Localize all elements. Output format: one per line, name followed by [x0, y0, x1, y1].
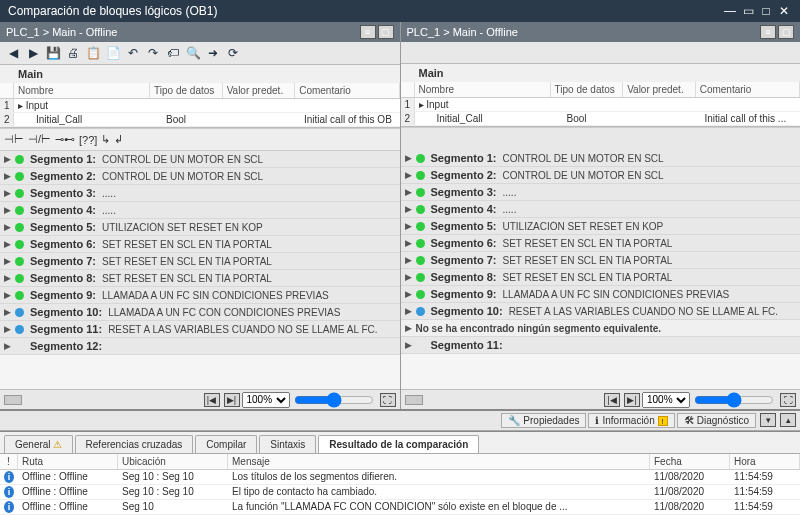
zoom-slider[interactable]: [294, 395, 374, 405]
hscroll-thumb[interactable]: [405, 395, 423, 405]
expand-icon[interactable]: ▶: [405, 340, 412, 350]
tab-properties[interactable]: 🔧Propiedades: [501, 413, 586, 428]
expand-icon[interactable]: ▶: [405, 153, 412, 163]
collapse-icon[interactable]: ▾: [760, 413, 776, 427]
expand-icon[interactable]: ▶: [4, 222, 11, 232]
save-icon[interactable]: 💾: [44, 44, 62, 62]
maximize-icon[interactable]: □: [758, 5, 774, 17]
pane-expand-button[interactable]: ▢: [778, 25, 794, 39]
expand-icon[interactable]: ▶: [4, 188, 11, 198]
undo-icon[interactable]: ↶: [124, 44, 142, 62]
copy-icon[interactable]: 📋: [84, 44, 102, 62]
expand-icon[interactable]: ▶: [405, 255, 412, 265]
segment-row[interactable]: ▶No se ha encontrado ningún segmento equ…: [401, 320, 801, 337]
segment-row[interactable]: ▶Segmento 7:SET RESET EN SCL EN TIA PORT…: [0, 253, 400, 270]
segment-row[interactable]: ▶Segmento 10:RESET A LAS VARIABLES CUAND…: [401, 303, 801, 320]
segment-row[interactable]: ▶Segmento 12:: [0, 338, 400, 355]
expand-icon[interactable]: ▶: [405, 170, 412, 180]
grid-row[interactable]: 1 ▸ Input: [401, 98, 801, 112]
expand-icon[interactable]: ▶: [405, 306, 412, 316]
grid-row[interactable]: 1 ▸ Input: [0, 99, 400, 113]
coil-icon[interactable]: ⊸⊷: [55, 133, 75, 146]
segment-row[interactable]: ▶Segmento 1:CONTROL DE UN MOTOR EN SCL: [0, 151, 400, 168]
segment-row[interactable]: ▶Segmento 1:CONTROL DE UN MOTOR EN SCL: [401, 150, 801, 167]
expand-icon[interactable]: ▶: [405, 289, 412, 299]
expand-icon[interactable]: ▶: [405, 272, 412, 282]
segment-row[interactable]: ▶Segmento 6:SET RESET EN SCL EN TIA PORT…: [0, 236, 400, 253]
zoom-select[interactable]: 100%: [642, 392, 690, 408]
expand-icon[interactable]: ▶: [4, 307, 11, 317]
minimize-icon[interactable]: —: [722, 5, 738, 17]
tab-diagnostics[interactable]: 🛠Diagnóstico: [677, 413, 756, 428]
segments-right[interactable]: ▶Segmento 1:CONTROL DE UN MOTOR EN SCL▶S…: [401, 150, 801, 389]
zoom-select[interactable]: 100%: [242, 392, 290, 408]
result-row[interactable]: iOffline : OfflineSeg 10La función "LLAM…: [0, 500, 800, 515]
segment-row[interactable]: ▶Segmento 2:CONTROL DE UN MOTOR EN SCL: [0, 168, 400, 185]
restore-icon[interactable]: ▭: [740, 5, 756, 17]
expand-icon[interactable]: ▶: [4, 239, 11, 249]
segment-row[interactable]: ▶Segmento 7:SET RESET EN SCL EN TIA PORT…: [401, 252, 801, 269]
expand-icon[interactable]: ▶: [4, 171, 11, 181]
segment-row[interactable]: ▶Segmento 9:LLAMADA A UN FC SIN CONDICIO…: [0, 287, 400, 304]
nav-last-icon[interactable]: ▶|: [224, 393, 240, 407]
segment-row[interactable]: ▶Segmento 9:LLAMADA A UN FC SIN CONDICIO…: [401, 286, 801, 303]
segment-row[interactable]: ▶Segmento 3:.....: [0, 185, 400, 202]
expand-icon[interactable]: ▶: [4, 154, 11, 164]
segment-row[interactable]: ▶Segmento 8:SET RESET EN SCL EN TIA PORT…: [0, 270, 400, 287]
expand-icon[interactable]: ▶: [405, 238, 412, 248]
nav-last-icon[interactable]: ▶|: [624, 393, 640, 407]
tab-syntax[interactable]: Sintaxis: [259, 435, 316, 453]
nav-prev-icon[interactable]: ◀: [4, 44, 22, 62]
tab-result[interactable]: Resultado de la comparación: [318, 435, 479, 453]
segment-row[interactable]: ▶Segmento 5:UTILIZACIÓN SET RESET EN KOP: [0, 219, 400, 236]
segment-row[interactable]: ▶Segmento 4:.....: [401, 201, 801, 218]
hscroll-thumb[interactable]: [4, 395, 22, 405]
expand-icon[interactable]: ▶: [4, 273, 11, 283]
refresh-icon[interactable]: ⟳: [224, 44, 242, 62]
segment-row[interactable]: ▶Segmento 4:.....: [0, 202, 400, 219]
contact-nc-icon[interactable]: ⊣/⊢: [28, 133, 51, 146]
branch-close-icon[interactable]: ↲: [114, 133, 123, 146]
expand-icon[interactable]: ▶: [4, 290, 11, 300]
fit-icon[interactable]: ⛶: [780, 393, 796, 407]
box-icon[interactable]: [??]: [79, 134, 97, 146]
fit-icon[interactable]: ⛶: [380, 393, 396, 407]
grid-row[interactable]: 2 Initial_Call Bool Initial call of this…: [401, 112, 801, 126]
segment-row[interactable]: ▶Segmento 2:CONTROL DE UN MOTOR EN SCL: [401, 167, 801, 184]
segment-row[interactable]: ▶Segmento 8:SET RESET EN SCL EN TIA PORT…: [401, 269, 801, 286]
result-row[interactable]: iOffline : OfflineSeg 10 : Seg 10Los tít…: [0, 470, 800, 485]
tab-general[interactable]: General⚠: [4, 435, 73, 453]
print-icon[interactable]: 🖨: [64, 44, 82, 62]
expand-icon[interactable]: ▶: [405, 221, 412, 231]
pane-menu-button[interactable]: ≡: [360, 25, 376, 39]
expand-icon[interactable]: ▶: [4, 341, 11, 351]
paste-icon[interactable]: 📄: [104, 44, 122, 62]
zoom-slider[interactable]: [694, 395, 774, 405]
expand-icon[interactable]: ▶: [405, 204, 412, 214]
tab-compile[interactable]: Compilar: [195, 435, 257, 453]
result-row[interactable]: iOffline : OfflineSeg 10 : Seg 10El tipo…: [0, 485, 800, 500]
expand-icon[interactable]: ▶: [4, 324, 11, 334]
segment-row[interactable]: ▶Segmento 5:UTILIZACIÓN SET RESET EN KOP: [401, 218, 801, 235]
nav-first-icon[interactable]: |◀: [204, 393, 220, 407]
contact-no-icon[interactable]: ⊣⊢: [4, 133, 24, 146]
pane-menu-button[interactable]: ≡: [760, 25, 776, 39]
expand-icon[interactable]: ▴: [780, 413, 796, 427]
pane-expand-button[interactable]: ▢: [378, 25, 394, 39]
segment-row[interactable]: ▶Segmento 11:RESET A LAS VARIABLES CUAND…: [0, 321, 400, 338]
tab-xref[interactable]: Referencias cruzadas: [75, 435, 194, 453]
redo-icon[interactable]: ↷: [144, 44, 162, 62]
segment-row[interactable]: ▶Segmento 6:SET RESET EN SCL EN TIA PORT…: [401, 235, 801, 252]
segment-row[interactable]: ▶Segmento 10:LLAMADA A UN FC CON CONDICI…: [0, 304, 400, 321]
expand-icon[interactable]: ▶: [4, 256, 11, 266]
expand-icon[interactable]: ▶: [405, 323, 412, 333]
segment-row[interactable]: ▶Segmento 3:.....: [401, 184, 801, 201]
segment-row[interactable]: ▶Segmento 11:: [401, 337, 801, 354]
tab-info[interactable]: ℹInformación!: [588, 413, 674, 428]
segments-left[interactable]: ▶Segmento 1:CONTROL DE UN MOTOR EN SCL▶S…: [0, 151, 400, 389]
search-icon[interactable]: 🔍: [184, 44, 202, 62]
expand-icon[interactable]: ▶: [405, 187, 412, 197]
goto-icon[interactable]: ➜: [204, 44, 222, 62]
tag-icon[interactable]: 🏷: [164, 44, 182, 62]
close-icon[interactable]: ✕: [776, 5, 792, 17]
